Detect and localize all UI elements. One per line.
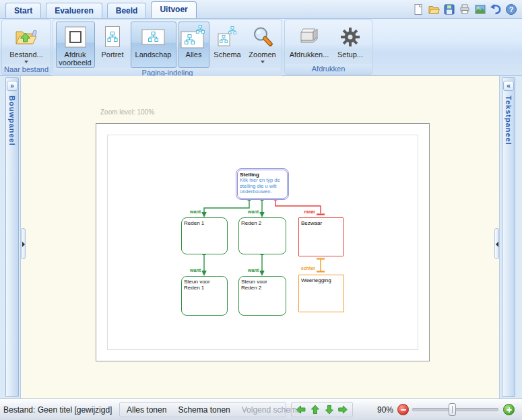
connector-label-want: want — [248, 209, 259, 214]
save-icon[interactable] — [443, 2, 456, 16]
triangle-right-icon — [22, 242, 25, 247]
node-reden-2: Reden 2 — [238, 217, 286, 254]
node-steun-voor-reden-2: Steun voor Reden 2 — [238, 276, 286, 316]
ribbon-group-afdrukken: Afdrukken... — [284, 20, 372, 75]
schema-icon — [216, 24, 239, 50]
dropdown-caret-icon — [24, 61, 28, 63]
setup-button[interactable]: Setup... — [332, 22, 368, 64]
left-panel-area: » Bouwpaneel — [0, 76, 20, 398]
status-bar: Bestand: Geen titel [gewijzigd] Alles to… — [0, 398, 522, 420]
minus-icon — [401, 409, 406, 411]
triangle-left-icon — [496, 242, 498, 247]
view-buttons-group: Alles tonen Schema tonen Volgend schema — [119, 402, 286, 417]
tekstpaneel-strip[interactable]: « Tekstpaneel — [502, 77, 515, 397]
main-area: » Bouwpaneel Zoom level: 100% — [0, 76, 522, 398]
quick-access-toolbar: ? — [412, 2, 518, 16]
node-stelling-inner: Stelling Klik hier en typ de stelling di… — [237, 170, 288, 199]
ribbon-group-pagina-indeling: Afdruk voorbeeld Portret Landschap — [53, 20, 282, 75]
printer-3d-icon — [295, 24, 323, 50]
node-weerlegging: Weerlegging — [298, 275, 344, 312]
group-label-afdrukken: Afdrukken — [285, 64, 372, 74]
magnifier-icon — [251, 24, 274, 50]
alles-tonen-button[interactable]: Alles tonen — [127, 405, 166, 415]
help-icon[interactable]: ? — [504, 2, 518, 16]
app-window: Start Evalueren Beeld Uitvoer — [0, 0, 522, 420]
undo-icon[interactable] — [489, 2, 502, 16]
expand-tekstpaneel-button[interactable]: « — [503, 81, 514, 91]
schema-tonen-button[interactable]: Schema tonen — [178, 405, 230, 415]
landscape-page-icon — [141, 24, 166, 50]
connector-label-want: want — [190, 209, 201, 214]
arrow-up-button[interactable] — [310, 405, 320, 415]
zoom-level-label: Zoom level: 100% — [100, 108, 154, 116]
node-steun-voor-reden-1: Steun voor Reden 1 — [181, 276, 228, 316]
file-status-label: Bestand: Geen titel [gewijzigd] — [3, 405, 112, 415]
bouwpaneel-strip[interactable]: » Bouwpaneel — [5, 77, 19, 397]
dropdown-caret-icon — [261, 61, 265, 63]
zoom-in-button[interactable] — [503, 404, 515, 415]
afdrukken-label: Afdrukken... — [290, 50, 329, 59]
zoomen-button[interactable]: Zoomen — [246, 22, 280, 68]
zoom-percentage-label: 90% — [377, 405, 393, 415]
group-label-naar-bestand: Naar bestand — [2, 65, 51, 74]
preview-canvas: Zoom level: 100% — [20, 76, 500, 398]
print-preview-page: want want maar want want echter Stelling… — [96, 123, 430, 361]
zoom-slider-thumb[interactable] — [449, 403, 456, 416]
arrow-right-button[interactable] — [338, 405, 348, 415]
bestand-button[interactable]: Bestand... — [3, 22, 49, 65]
schema-label: Schema — [214, 50, 240, 59]
navigation-arrows-group — [291, 402, 353, 417]
open-file-icon[interactable] — [427, 2, 441, 16]
afdruk-voorbeeld-label: Afdruk voorbeeld — [58, 50, 93, 67]
connector-label-want: want — [248, 268, 259, 273]
connector-label-maar: maar — [304, 209, 315, 214]
bestand-label: Bestand... — [9, 50, 43, 59]
schema-button[interactable]: Schema — [211, 22, 244, 68]
all-pages-icon — [181, 24, 207, 50]
node-stelling: Stelling Klik hier en typ de stelling di… — [236, 168, 289, 200]
collapse-handle-left[interactable] — [21, 228, 26, 259]
svg-text:?: ? — [509, 5, 514, 13]
ribbon-tab-bar: Start Evalueren Beeld Uitvoer — [0, 0, 522, 19]
landschap-label: Landschap — [135, 50, 172, 59]
setup-label: Setup... — [337, 50, 363, 59]
node-reden-1: Reden 1 — [181, 217, 228, 254]
zoomen-label: Zoomen — [249, 50, 275, 59]
insert-image-icon[interactable] — [474, 2, 487, 16]
folder-export-icon — [14, 24, 38, 50]
connector-label-echter: echter — [301, 266, 315, 271]
print-icon[interactable] — [458, 2, 471, 16]
collapse-handle-right[interactable] — [494, 228, 499, 259]
zoom-out-button[interactable] — [397, 404, 409, 415]
portret-button[interactable]: Portret — [97, 22, 129, 68]
node-bezwaar: Bezwaar — [298, 217, 344, 256]
connector-label-want: want — [190, 268, 201, 273]
afdrukken-button[interactable]: Afdrukken... — [288, 22, 330, 64]
ribbon: Bestand... Naar bestand Afdruk voorbeeld — [0, 19, 522, 76]
portrait-page-icon — [104, 24, 121, 50]
arrow-left-button[interactable] — [296, 405, 306, 415]
tab-beeld[interactable]: Beeld — [107, 3, 147, 18]
expand-bouwpaneel-button[interactable]: » — [7, 81, 18, 91]
node-stelling-hint: Klik hier en typ de stelling die u wilt … — [240, 178, 285, 195]
ribbon-group-naar-bestand: Bestand... Naar bestand — [1, 20, 51, 75]
arrow-down-button[interactable] — [324, 405, 334, 415]
new-document-icon[interactable] — [412, 2, 425, 16]
tab-start[interactable]: Start — [5, 3, 41, 18]
gear-icon — [340, 24, 360, 50]
alles-button[interactable]: Alles — [178, 22, 209, 68]
tab-evalueren[interactable]: Evalueren — [46, 3, 102, 18]
tab-uitvoer[interactable]: Uitvoer — [151, 1, 196, 18]
afdruk-voorbeeld-button[interactable]: Afdruk voorbeeld — [56, 22, 95, 68]
tekstpaneel-label: Tekstpaneel — [504, 96, 513, 145]
bouwpaneel-label: Bouwpaneel — [8, 96, 16, 146]
right-panel-area: « Tekstpaneel — [500, 76, 522, 398]
alles-label: Alles — [186, 50, 202, 59]
landschap-button[interactable]: Landschap — [131, 22, 176, 68]
portret-label: Portret — [101, 50, 123, 59]
print-preview-icon — [63, 24, 88, 50]
